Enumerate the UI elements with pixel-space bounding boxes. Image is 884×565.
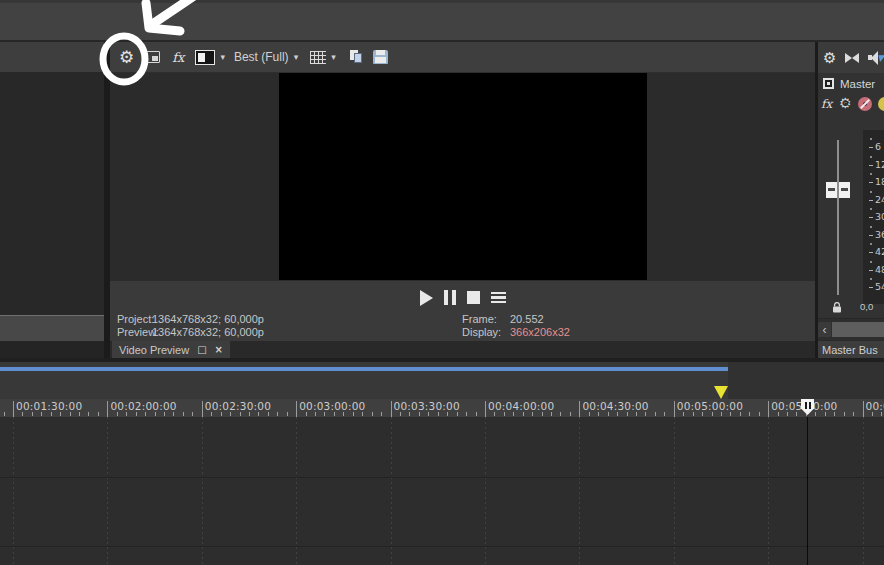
preview-area (110, 73, 815, 281)
fit-meters-icon[interactable] (845, 53, 859, 63)
preview-status-readout: Project: 1364x768x32; 60,000p Preview: 1… (110, 311, 815, 341)
meter-scale-number: 18 (875, 176, 884, 187)
tab-master-bus[interactable]: Master Bus (818, 340, 884, 358)
ruler-minor-tick (202, 412, 203, 416)
ruler-minor-tick (476, 412, 477, 416)
playhead-line (807, 417, 808, 565)
beyond-project-end-region (728, 362, 884, 399)
master-bus-scrollbar[interactable]: ‹ (818, 318, 884, 340)
split-screen-view-icon[interactable] (195, 50, 215, 65)
pause-button[interactable] (444, 290, 456, 305)
ruler-minor-tick (221, 412, 222, 416)
master-bus-window: ⚙ ▼ Master fx ⚙R 61218243036424854 (818, 42, 884, 358)
scroll-left-icon[interactable]: ‹ (818, 322, 831, 337)
ruler-minor-tick (98, 412, 99, 416)
grid-overlay-dropdown-icon[interactable]: ▾ (331, 52, 336, 62)
automation-settings-icon[interactable]: ⚙R (839, 95, 852, 111)
ruler-minor-tick (438, 412, 439, 416)
mixer-settings-gear-icon[interactable]: ⚙ (823, 49, 836, 67)
maximize-icon[interactable]: □ (197, 344, 206, 355)
preview-quality-gear-icon[interactable]: ⚙ (119, 47, 134, 67)
ruler-minor-tick (608, 412, 609, 416)
ruler-minor-tick (636, 412, 637, 416)
meter-scale-dot (870, 156, 872, 158)
timeline-gridline (391, 417, 392, 565)
timeline-gridline (202, 417, 203, 565)
video-output-fx-icon[interactable]: fx (172, 50, 184, 65)
playhead-marker[interactable] (801, 399, 814, 415)
ruler-minor-tick (230, 412, 231, 416)
grid-overlay-icon[interactable] (310, 51, 326, 64)
timeline-gridline (296, 417, 297, 565)
speaker-downmix-icon[interactable]: ▼ (868, 51, 884, 64)
left-panel-statusbar (0, 315, 104, 341)
timeline-tracks[interactable] (0, 417, 884, 565)
frame-label: Frame: (462, 313, 497, 325)
marker-bar[interactable] (0, 362, 884, 399)
ruler-minor-tick (4, 412, 5, 416)
transport-menu-button[interactable] (491, 292, 506, 304)
mute-button[interactable] (858, 97, 872, 111)
ruler-minor-tick (41, 412, 42, 416)
ruler-minor-tick (664, 412, 665, 416)
ruler-minor-tick (504, 412, 505, 416)
ruler-minor-tick (768, 412, 769, 416)
solo-button[interactable] (878, 97, 884, 111)
ruler-tick-label: 00:01:30:00 (16, 400, 82, 412)
selection-end-marker[interactable] (714, 386, 728, 399)
ruler-minor-tick (872, 412, 873, 416)
left-panel-body (0, 72, 104, 315)
master-fx-icon[interactable]: fx (821, 97, 832, 111)
stop-button[interactable] (467, 291, 480, 304)
lock-fader-icon[interactable] (832, 302, 842, 313)
meter-scale-number: 30 (875, 211, 884, 222)
bus-selector-icon[interactable] (823, 78, 834, 89)
ruler-minor-tick (60, 412, 61, 416)
ruler-minor-tick (560, 412, 561, 416)
ruler-minor-tick (22, 412, 23, 416)
preview-value: 1364x768x32; 60,000p (152, 326, 264, 338)
scrollbar-thumb[interactable] (832, 322, 884, 337)
project-value: 1364x768x32; 60,000p (152, 313, 264, 325)
left-panel-tabstrip (0, 341, 104, 358)
preview-quality-dropdown[interactable]: Best (Full) (234, 50, 289, 64)
ruler-minor-tick (532, 412, 533, 416)
meter-scale-number: 6 (875, 141, 881, 152)
timeline-ruler[interactable]: 00:01:30:0000:02:00:0000:02:30:0000:03:0… (0, 399, 884, 417)
ruler-minor-tick (306, 412, 307, 416)
external-monitor-icon[interactable] (145, 51, 160, 63)
ruler-minor-tick (296, 412, 297, 416)
split-screen-dropdown-icon[interactable]: ▾ (220, 52, 225, 62)
ruler-minor-tick (70, 412, 71, 416)
ruler-minor-tick (513, 412, 514, 416)
master-bus-controls: fx ⚙R (818, 94, 884, 116)
play-button[interactable] (420, 290, 433, 306)
save-snapshot-icon[interactable] (373, 50, 388, 64)
ruler-tick-label: 00:03:00:00 (299, 400, 365, 412)
meter-scale-tick (869, 235, 873, 236)
ruler-minor-tick (863, 412, 864, 416)
ruler-minor-tick (268, 412, 269, 416)
preview-quality-dropdown-icon[interactable]: ▾ (294, 52, 299, 62)
ruler-minor-tick (353, 412, 354, 416)
tab-video-preview[interactable]: Video Preview □ × (112, 341, 230, 358)
ruler-tick-label: 00:02:30:00 (205, 400, 271, 412)
ruler-minor-tick (702, 412, 703, 416)
display-label: Display: (462, 326, 501, 338)
ruler-minor-tick (523, 412, 524, 416)
copy-snapshot-icon[interactable] (350, 50, 363, 64)
ruler-minor-tick (759, 412, 760, 416)
fader-handle[interactable] (826, 182, 850, 198)
meter-scale-tick (869, 252, 873, 253)
ruler-minor-tick (815, 412, 816, 416)
master-fader-area: 61218243036424854 0,0 (818, 116, 884, 318)
ruler-minor-tick (881, 412, 882, 416)
meter-scale-tick (869, 217, 873, 218)
ruler-minor-tick (155, 412, 156, 416)
ruler-minor-tick (51, 412, 52, 416)
preview-tab-strip: Video Preview □ × (110, 341, 815, 358)
selection-region-bar[interactable] (0, 367, 728, 371)
ruler-minor-tick (693, 412, 694, 416)
ruler-minor-tick (107, 412, 108, 416)
close-icon[interactable]: × (215, 344, 223, 355)
